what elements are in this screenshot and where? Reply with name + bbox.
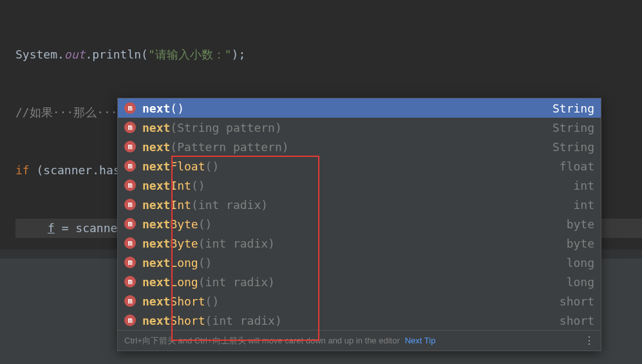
item-params: () — [191, 179, 205, 192]
string-literal: "请输入小数：" — [148, 48, 232, 61]
more-icon[interactable]: ⋮ — [584, 334, 594, 347]
item-return-type: float — [560, 159, 594, 173]
method-icon: m — [124, 141, 136, 152]
item-name: next — [142, 256, 170, 269]
method-icon: m — [124, 199, 136, 210]
item-return-type: String — [552, 121, 594, 134]
item-suffix: Byte — [170, 237, 198, 250]
item-params: (int radix) — [205, 314, 282, 327]
method-icon: m — [124, 160, 136, 172]
item-params: (int radix) — [198, 275, 275, 289]
item-params: (int radix) — [191, 198, 268, 212]
item-return-type: short — [560, 295, 594, 308]
item-return-type: String — [552, 140, 594, 154]
item-name: next — [142, 295, 170, 308]
variable: f — [48, 221, 55, 235]
method-icon: m — [124, 257, 136, 268]
autocomplete-item[interactable]: mnext()String — [118, 98, 601, 118]
keyword: if — [15, 163, 37, 177]
item-name: next — [142, 198, 170, 212]
autocomplete-item[interactable]: mnextLong()long — [118, 253, 601, 272]
item-suffix: Short — [170, 314, 205, 327]
autocomplete-item[interactable]: mnextFloat()float — [118, 156, 601, 176]
item-params: () — [198, 217, 212, 231]
method-icon: m — [124, 276, 136, 287]
item-return-type: long — [567, 256, 594, 269]
next-tip-link[interactable]: Next Tip — [405, 336, 436, 345]
item-name: next — [142, 159, 170, 173]
autocomplete-popup[interactable]: mnext()Stringmnext(String pattern)String… — [117, 98, 601, 351]
autocomplete-item[interactable]: mnext(String pattern)String — [118, 118, 601, 137]
method-icon: m — [124, 314, 136, 326]
item-return-type: int — [573, 179, 594, 192]
autocomplete-item[interactable]: mnextByte()byte — [118, 214, 601, 233]
method-icon: m — [124, 102, 136, 114]
method-icon: m — [124, 122, 136, 133]
item-name: next — [142, 102, 170, 115]
item-return-type: byte — [567, 217, 594, 231]
method-icon: m — [124, 295, 136, 307]
popup-tip-text: Ctrl+向下箭头 and Ctrl+向上箭头 will move caret … — [124, 335, 400, 347]
method-icon: m — [124, 179, 136, 191]
code-text: .println( — [85, 48, 148, 61]
item-params: () — [170, 102, 184, 115]
item-name: next — [142, 140, 170, 154]
item-name: next — [142, 275, 170, 289]
autocomplete-item[interactable]: mnextLong(int radix)long — [118, 272, 601, 291]
item-name: next — [142, 179, 170, 192]
item-suffix: Short — [170, 295, 205, 308]
code-text: out — [64, 48, 86, 61]
item-params: () — [205, 159, 220, 173]
item-return-type: byte — [567, 237, 594, 250]
item-suffix: Byte — [170, 217, 198, 231]
code-text: ); — [232, 48, 246, 61]
item-return-type: short — [560, 314, 594, 327]
item-suffix: Int — [170, 179, 191, 192]
item-name: next — [142, 121, 170, 134]
item-params: (Pattern pattern) — [170, 140, 288, 154]
item-params: (String pattern) — [170, 121, 281, 134]
item-return-type: int — [573, 198, 594, 212]
method-icon: m — [124, 237, 136, 249]
autocomplete-item[interactable]: mnext(Pattern pattern)String — [118, 137, 601, 156]
code-line: System.out.println("请输入小数："); — [15, 45, 642, 64]
item-suffix: Long — [170, 275, 198, 289]
item-name: next — [142, 314, 170, 327]
item-name: next — [142, 237, 170, 250]
comment: //如果···那么··· — [15, 105, 118, 119]
item-return-type: long — [567, 275, 594, 289]
item-suffix: Int — [170, 198, 191, 212]
item-params: () — [198, 256, 212, 269]
item-params: () — [205, 295, 220, 308]
item-params: (int radix) — [198, 237, 275, 250]
autocomplete-item[interactable]: mnextShort(int radix)short — [118, 311, 601, 330]
item-name: next — [142, 217, 170, 231]
autocomplete-item[interactable]: mnextInt(int radix)int — [118, 195, 601, 214]
code-text: System. — [15, 48, 64, 61]
method-icon: m — [124, 218, 136, 230]
popup-footer: Ctrl+向下箭头 and Ctrl+向上箭头 will move caret … — [118, 330, 601, 350]
item-return-type: String — [552, 102, 594, 115]
item-suffix: Long — [170, 256, 198, 269]
autocomplete-item[interactable]: mnextInt()int — [118, 176, 601, 195]
autocomplete-item[interactable]: mnextShort()short — [118, 291, 601, 311]
item-suffix: Float — [170, 159, 205, 173]
autocomplete-item[interactable]: mnextByte(int radix)byte — [118, 233, 601, 253]
